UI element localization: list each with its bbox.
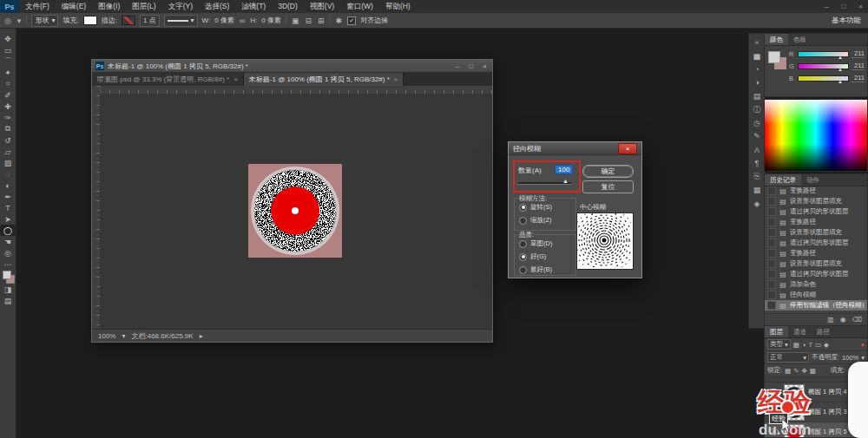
workspace-switcher[interactable]: 基本功能 — [832, 13, 861, 28]
stroke-swatch[interactable] — [122, 16, 135, 25]
marquee-tool[interactable]: ▭ — [0, 44, 16, 56]
tool-preset-caret-icon[interactable]: ▾ — [16, 16, 23, 25]
geometry-options-gear-icon[interactable]: ✱ — [335, 16, 344, 25]
quick-mask-tool[interactable]: ◨ — [0, 284, 16, 295]
healing-brush-tool[interactable]: ✚ — [0, 101, 16, 112]
zoom-tool[interactable]: ◎ — [0, 247, 16, 258]
slider-thumb-icon[interactable]: ▲ — [838, 79, 843, 84]
history-item[interactable]: ▤通过拷贝的形状图层 — [765, 238, 867, 248]
smart-object-filter-icon[interactable]: ◆ — [824, 341, 829, 349]
new-doc-from-state-icon[interactable]: ▥ — [827, 316, 834, 324]
foreground-swatch[interactable] — [768, 51, 780, 63]
type-tool[interactable]: T — [0, 202, 16, 213]
shape-filter-icon[interactable]: ▭ — [815, 341, 821, 349]
history-source-well[interactable] — [767, 218, 776, 226]
history-source-well[interactable] — [767, 197, 776, 206]
filter-type-dropdown[interactable]: 类型 ▾ — [767, 339, 791, 350]
ellipse-shape-tool[interactable]: ◯ — [0, 225, 16, 236]
method-spin-option[interactable]: 旋转(S) — [519, 203, 575, 212]
radio-icon[interactable] — [519, 266, 527, 274]
zoom-level-field[interactable]: 100% — [98, 332, 115, 340]
slider-thumb-icon[interactable]: ▲ — [838, 55, 843, 60]
slider-thumb-icon[interactable]: ▲ — [838, 67, 843, 72]
character-panel-icon[interactable]: A — [749, 143, 765, 157]
lock-pixels-icon[interactable]: ✎ — [793, 367, 799, 375]
path-select-tool[interactable]: ➤ — [0, 213, 16, 225]
status-arrow-icon[interactable]: ▸ — [200, 332, 203, 340]
delete-state-icon[interactable]: ⌫ — [852, 316, 862, 324]
history-item-selected[interactable]: ▤停用智能滤镜（径向模糊） — [765, 300, 867, 311]
doc-maximize-button[interactable]: □ — [469, 62, 473, 70]
path-alignment-icon[interactable]: ⊟ — [304, 16, 312, 25]
stroke-style-dropdown[interactable]: ▾ — [164, 15, 198, 27]
history-source-well[interactable] — [767, 280, 776, 289]
history-source-well[interactable] — [767, 239, 776, 247]
canvas-area[interactable] — [100, 94, 492, 330]
tab-layers[interactable]: 图层 — [765, 326, 788, 337]
histogram-icon[interactable]: ▅ — [749, 49, 765, 63]
eyedropper-tool[interactable]: ✐ — [0, 89, 16, 101]
gradient-tool[interactable]: ▨ — [0, 157, 16, 168]
green-slider[interactable]: ▲ — [798, 63, 849, 69]
history-source-well[interactable] — [767, 249, 776, 258]
tab-channels[interactable]: 通道 — [788, 326, 812, 337]
red-slider[interactable]: ▲ — [798, 51, 849, 57]
radio-icon[interactable] — [519, 204, 527, 212]
history-source-well[interactable] — [767, 259, 776, 268]
blur-tool[interactable]: ◌ — [0, 168, 16, 180]
method-zoom-option[interactable]: 缩放(Z) — [519, 216, 575, 225]
history-item[interactable]: ▤添加杂色 — [765, 279, 867, 290]
styles-icon[interactable]: ▤ — [749, 89, 765, 103]
history-item[interactable]: ▤变换路径 — [765, 217, 867, 227]
adjustments-icon[interactable]: ◑ — [749, 76, 765, 90]
clone-source-icon[interactable]: ⎘ — [749, 170, 765, 184]
quick-select-tool[interactable]: ✦ — [0, 67, 16, 78]
color-panel-swatches[interactable] — [768, 51, 787, 70]
history-item[interactable]: ▤设置形状图层填充 — [765, 227, 867, 238]
red-value[interactable]: 211 — [852, 49, 865, 58]
pixel-filter-icon[interactable]: ▦ — [793, 341, 799, 349]
menu-type[interactable]: 文字(Y) — [162, 0, 199, 13]
quality-good-option[interactable]: 好(G) — [519, 252, 575, 261]
menu-image[interactable]: 图像(I) — [92, 0, 126, 13]
clone-stamp-tool[interactable]: ⧉ — [0, 123, 16, 134]
type-filter-icon[interactable]: T — [808, 341, 812, 349]
navigator-icon[interactable]: ◔ — [749, 62, 765, 76]
lock-position-icon[interactable]: ✥ — [801, 367, 806, 375]
history-panel-icon[interactable]: ◷ — [749, 116, 765, 130]
stroke-width-field[interactable]: 1 点 — [140, 15, 160, 27]
more-tools-ellipsis[interactable]: ⋯ — [0, 258, 16, 270]
quality-best-option[interactable]: 最好(B) — [519, 265, 575, 274]
reset-button[interactable]: 复位 — [582, 180, 634, 193]
tab-actions[interactable]: 动作 — [801, 174, 825, 186]
filter-toggle-icon[interactable]: ● — [860, 341, 865, 349]
tab-close-icon[interactable]: × — [394, 75, 398, 83]
doc-minimize-button[interactable]: – — [456, 62, 459, 70]
path-operations-icon[interactable]: ▣ — [291, 16, 300, 25]
opacity-value[interactable]: 100% — [842, 354, 858, 362]
fill-swatch[interactable] — [83, 16, 97, 25]
blend-mode-dropdown[interactable]: 正常 ▾ — [767, 352, 809, 363]
menu-filter[interactable]: 滤镜(T) — [235, 0, 272, 13]
history-item[interactable]: ▤通过拷贝的形状图层 — [765, 206, 867, 217]
brush-tool[interactable]: ✑ — [0, 112, 16, 123]
blue-slider[interactable]: ▲ — [798, 75, 849, 82]
move-tool[interactable]: ✥ — [0, 33, 16, 44]
history-item[interactable]: ▤通过拷贝的形状图层 — [765, 269, 867, 279]
height-value[interactable]: 0 像素 — [261, 16, 281, 25]
tab-color[interactable]: 颜色 — [765, 34, 788, 45]
lock-transparent-icon[interactable]: ▦ — [785, 367, 791, 375]
brush-settings-icon[interactable]: ✎ — [749, 130, 765, 144]
app-minimize-button[interactable]: – — [825, 3, 828, 10]
history-source-well[interactable] — [767, 186, 776, 195]
doc-close-button[interactable]: × — [483, 62, 487, 70]
history-item[interactable]: ▤径向模糊 — [765, 290, 867, 300]
history-item[interactable]: ▤变换路径 — [765, 186, 867, 196]
quality-draft-option[interactable]: 草图(D) — [519, 239, 575, 248]
radio-icon[interactable] — [519, 253, 527, 261]
menu-layer[interactable]: 图层(L) — [126, 0, 161, 13]
ok-button[interactable]: 确定 — [582, 165, 634, 178]
dialog-close-button[interactable]: × — [618, 143, 637, 154]
new-snapshot-icon[interactable]: ◉ — [840, 316, 846, 324]
dialog-titlebar[interactable]: 径向模糊 × — [509, 142, 641, 155]
